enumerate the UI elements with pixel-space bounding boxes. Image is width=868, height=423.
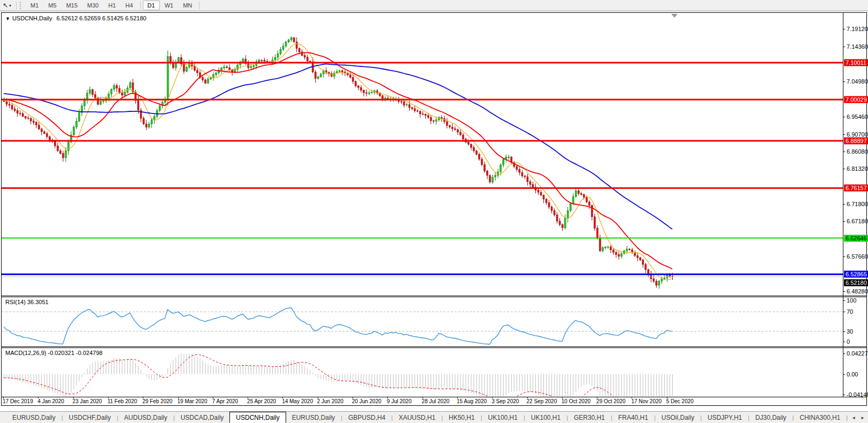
chart-tab-usoil-daily[interactable]: USOil,Daily bbox=[656, 412, 700, 423]
chart-tab-usdchf-daily[interactable]: USDCHF,Daily bbox=[63, 412, 117, 423]
time-axis-label: 7 Apr 2020 bbox=[212, 398, 238, 404]
chart-tab-usdjpy-h1[interactable]: USDJPY,H1 bbox=[702, 412, 748, 423]
cursor-glyph-icon: ↖ bbox=[3, 2, 8, 9]
price-chart-canvas[interactable] bbox=[2, 13, 843, 296]
time-axis-label: 9 Jul 2020 bbox=[387, 398, 411, 404]
price-tick-label: 6.67180 bbox=[847, 218, 868, 224]
time-axis-label: 10 Oct 2020 bbox=[562, 398, 590, 404]
timeframe-toolbar: ↖ ▾ M1M5M15M30H1H4D1W1MN bbox=[0, 0, 868, 11]
time-axis-label: 29 Feb 2020 bbox=[142, 398, 172, 404]
time-axis-label: 23 Jan 2020 bbox=[73, 398, 102, 404]
time-axis-label: 3 Sep 2020 bbox=[491, 398, 519, 404]
price-tick-label: 6.48280 bbox=[847, 288, 868, 294]
time-axis-label: 28 Jul 2020 bbox=[422, 398, 450, 404]
chart-tab-audusd-daily[interactable]: AUDUSD,Daily bbox=[118, 412, 173, 423]
price-level-tag: 7.00029 bbox=[844, 96, 868, 103]
period-button-m1[interactable]: M1 bbox=[26, 1, 43, 10]
chart-tab-gbpusd-h4[interactable]: GBPUSD,H4 bbox=[342, 412, 391, 423]
time-axis-label: 17 Dec 2019 bbox=[3, 398, 33, 404]
chart-dropdown-icon[interactable]: ▼ bbox=[5, 16, 10, 21]
time-axis-label: 5 Dec 2020 bbox=[666, 398, 694, 404]
time-axis-label: 25 Apr 2020 bbox=[247, 398, 276, 404]
cursor-tool-icon[interactable]: ↖ ▾ bbox=[0, 2, 14, 9]
chart-tab-bar: EURUSD,Daily|USDCHF,Daily|AUDUSD,Daily|U… bbox=[0, 411, 868, 423]
chart-window: ▼USDCNH,Daily6.52612 6.52659 6.51425 6.5… bbox=[1, 12, 867, 406]
chart-symbol-label: USDCNH,Daily bbox=[12, 15, 52, 21]
panel-separator bbox=[2, 348, 866, 348]
chart-title: ▼USDCNH,Daily6.52612 6.52659 6.51425 6.5… bbox=[5, 15, 147, 21]
chart-tab-uk100-h1[interactable]: UK100,H1 bbox=[525, 412, 566, 423]
chart-tab-usdcad-daily[interactable]: USDCAD,Daily bbox=[175, 412, 230, 423]
period-button-h1[interactable]: H1 bbox=[103, 1, 120, 10]
toolbar-separator bbox=[199, 2, 199, 10]
chart-tab-xauusd-h1[interactable]: XAUUSD,H1 bbox=[393, 412, 441, 423]
price-level-tag: 6.52180 bbox=[844, 280, 868, 286]
price-tick-label: 7.04980 bbox=[847, 78, 868, 85]
chart-ohlc-label: 6.52612 6.52659 6.51425 6.52180 bbox=[56, 15, 146, 21]
rsi-tick-label: 100 bbox=[847, 297, 856, 304]
period-button-m30[interactable]: M30 bbox=[82, 1, 103, 10]
price-tick-label: 7.14360 bbox=[847, 43, 868, 50]
time-axis-label: 14 May 2020 bbox=[282, 398, 313, 404]
time-axis-label: 29 Oct 2020 bbox=[596, 398, 625, 404]
chart-shift-marker-icon bbox=[671, 14, 678, 18]
time-axis[interactable]: 17 Dec 20194 Jan 202023 Jan 202011 Feb 2… bbox=[2, 397, 843, 405]
rsi-label: RSI(14) 36.3051 bbox=[5, 299, 49, 305]
time-axis-label: 20 Jun 2020 bbox=[352, 398, 381, 404]
tab-scroll-right-icon[interactable]: ► bbox=[861, 416, 865, 420]
panel-separator[interactable] bbox=[2, 296, 866, 296]
price-tick-label: 6.57660 bbox=[847, 253, 868, 260]
price-level-tag: 6.52865 bbox=[844, 271, 868, 278]
period-button-w1[interactable]: W1 bbox=[160, 1, 179, 10]
price-tick-label: 6.90700 bbox=[847, 131, 868, 138]
chart-tab-uk100-h1[interactable]: UK100,H1 bbox=[482, 412, 524, 423]
macd-tick-label: 0.00 bbox=[847, 371, 858, 377]
price-level-tag: 6.76157 bbox=[844, 185, 868, 192]
panel-separator[interactable] bbox=[2, 346, 866, 347]
panel-separator bbox=[2, 397, 866, 397]
time-axis-label: 19 Mar 2020 bbox=[178, 398, 208, 404]
time-axis-label: 4 Jan 2020 bbox=[37, 398, 64, 404]
price-tick-label: 7.19120 bbox=[847, 26, 868, 32]
panel-separator bbox=[2, 297, 866, 297]
period-button-mn[interactable]: MN bbox=[178, 1, 197, 10]
toolbar-separator bbox=[140, 2, 141, 10]
rsi-tick-label: 30 bbox=[847, 328, 853, 335]
price-tick-label: 6.81320 bbox=[847, 165, 868, 172]
price-level-tag: 6.88897 bbox=[844, 138, 868, 145]
chart-tab-hk50-h1[interactable]: HK50,H1 bbox=[443, 412, 481, 423]
toolbar-separator bbox=[16, 2, 17, 10]
time-axis-label: 15 Aug 2020 bbox=[457, 398, 487, 404]
time-axis-label: 22 Sep 2020 bbox=[527, 398, 557, 404]
toolbar-drag-handle[interactable] bbox=[20, 2, 23, 9]
rsi-canvas[interactable] bbox=[2, 297, 843, 346]
chart-tab-eurusd-daily[interactable]: EURUSD,Daily bbox=[6, 412, 62, 423]
chart-tab-eurusd-daily[interactable]: EURUSD,Daily bbox=[286, 412, 341, 423]
rsi-tick-label: 70 bbox=[847, 308, 853, 315]
time-axis-label: 17 Nov 2020 bbox=[631, 398, 662, 404]
price-tick-label: 6.95460 bbox=[847, 114, 868, 120]
chart-tab-ger30-h1[interactable]: GER30,H1 bbox=[568, 412, 611, 423]
price-level-tag: 7.10011 bbox=[844, 59, 868, 66]
tab-scroll-buttons: ◄► bbox=[849, 412, 868, 423]
chart-tab-usdcnh-daily[interactable]: USDCNH,Daily bbox=[229, 412, 286, 423]
macd-label: MACD(12,26,9) -0.020321 -0.024798 bbox=[5, 350, 103, 356]
period-button-d1[interactable]: D1 bbox=[143, 1, 160, 10]
tab-scroll-left-icon[interactable]: ◄ bbox=[851, 416, 856, 420]
period-button-group: M1M5M15M30H1H4D1W1MN bbox=[26, 1, 197, 10]
rsi-tick-label: 0 bbox=[847, 338, 850, 345]
macd-tick-label: 0.042275 bbox=[847, 350, 868, 357]
time-axis-label: 2 Jun 2020 bbox=[317, 398, 344, 404]
chart-tab-china300-h1[interactable]: CHINA300,H1 bbox=[794, 412, 846, 423]
chart-tab-dj30-daily[interactable]: DJ30,Daily bbox=[749, 412, 792, 423]
price-tick-label: 6.71800 bbox=[847, 201, 868, 207]
period-button-m15[interactable]: M15 bbox=[62, 1, 82, 10]
time-axis-label: 11 Feb 2020 bbox=[107, 398, 137, 404]
macd-canvas[interactable] bbox=[2, 348, 843, 396]
chart-tab-fra40-h1[interactable]: FRA40,H1 bbox=[612, 412, 654, 423]
period-button-m5[interactable]: M5 bbox=[43, 1, 61, 10]
price-level-tag: 6.62646 bbox=[844, 235, 868, 241]
period-button-h4[interactable]: H4 bbox=[121, 1, 138, 10]
price-axis[interactable]: 7.191207.143607.049806.954606.907006.860… bbox=[843, 13, 866, 397]
price-tick-label: 6.86080 bbox=[847, 148, 868, 155]
